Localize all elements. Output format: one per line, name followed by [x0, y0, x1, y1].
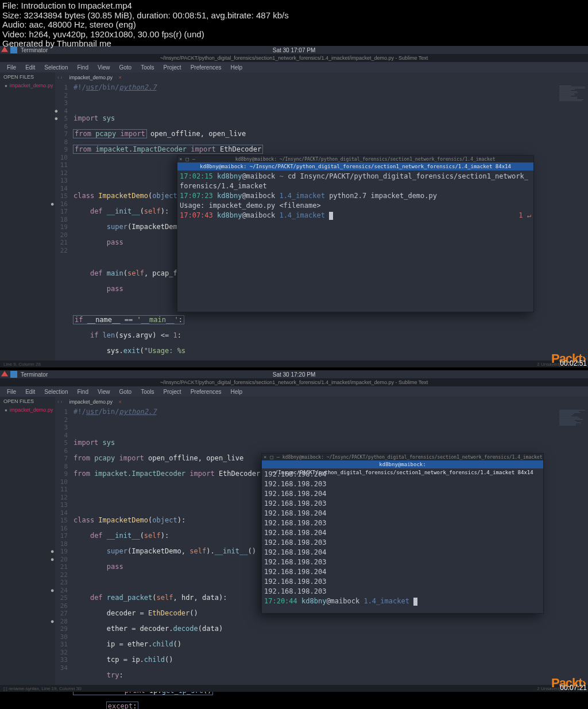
terminal-body[interactable]: 192.168.198.204192.168.198.203192.168.19… [262, 468, 543, 607]
line-gutter: 1234567891011121314151617181920212223242… [55, 407, 71, 672]
tab-label: impacket_demo.py [69, 399, 113, 405]
menu-project[interactable]: Project [159, 64, 186, 71]
sidebar: OPEN FILES impacket_demo.py [0, 72, 55, 361]
sidebar: OPEN FILES impacket_demo.py [0, 397, 55, 685]
metadata-overlay: File: Introduction to Impacket.mp4 Size:… [2, 1, 289, 49]
menu-view[interactable]: View [93, 388, 115, 396]
window-title: ~/Insync/PACKT/python_digital_forensics/… [0, 54, 588, 62]
screenshot-frame-1: Terminator Sat 30 17:07 PM ~/Insync/PACK… [0, 46, 588, 367]
topbar-clock: Sat 30 17:20 PM [273, 371, 316, 378]
window-title: ~/Insync/PACKT/python_digital_forensics/… [0, 378, 588, 386]
statusbar: Line 9, Column 28 2 Unsaved(s) seen th..… [0, 361, 588, 367]
frame-timestamp: 00:07:21 [560, 684, 587, 692]
minimap[interactable] [559, 85, 587, 102]
meta-file: File: Introduction to Impacket.mp4 [2, 1, 289, 11]
menu-goto[interactable]: Goto [114, 388, 136, 396]
terminal-body[interactable]: 17:02:15 kd8bny@maibock ~ cd Insync/PACK… [177, 171, 533, 222]
status-left: Line 9, Column 28 [3, 362, 41, 367]
topbar: Terminator Sat 30 17:20 PM [0, 370, 588, 378]
tab-bar: ‹ › impacket_demo.py × [55, 397, 588, 407]
term-max-icon[interactable]: □ [270, 452, 273, 462]
app-icon-terminator[interactable] [10, 371, 17, 378]
status-left: [:] rename-syntax, Line 19, Column 30 [3, 686, 82, 691]
app-icon-activities[interactable] [1, 371, 8, 378]
menu-find[interactable]: Find [73, 64, 93, 71]
sidebar-file-item[interactable]: impacket_demo.py [0, 82, 55, 90]
terminal-headbar: × □ — kd8bny@maibock: ~/Insync/PACKT/pyt… [177, 156, 533, 162]
statusbar: [:] rename-syntax, Line 19, Column 30 2 … [0, 685, 588, 692]
term-max-icon[interactable]: □ [185, 154, 188, 164]
term-min-icon[interactable]: — [192, 154, 195, 164]
term-close-icon[interactable]: × [179, 154, 182, 164]
menu-preferences[interactable]: Preferences [186, 388, 226, 396]
tab-close-icon[interactable]: × [119, 75, 122, 80]
menu-selection[interactable]: Selection [40, 64, 72, 71]
menu-selection[interactable]: Selection [40, 388, 72, 396]
term-close-icon[interactable]: × [264, 452, 266, 462]
menu-help[interactable]: Help [226, 64, 247, 71]
meta-gen: Generated by Thumbnail me [2, 39, 289, 49]
minimap[interactable] [559, 409, 587, 426]
terminal-headbar: × □ — kd8bny@maibock: ~/Insync/PACKT/pyt… [262, 454, 543, 460]
menu-project[interactable]: Project [159, 388, 186, 396]
meta-audio: Audio: aac, 48000 Hz, stereo (eng) [2, 20, 289, 30]
tab-close-icon[interactable]: × [119, 399, 122, 405]
menu-help[interactable]: Help [226, 388, 247, 396]
sidebar-file-item[interactable]: impacket_demo.py [0, 406, 55, 414]
sidebar-heading: OPEN FILES [0, 72, 55, 82]
tab-arrows[interactable]: ‹ › [55, 75, 65, 80]
tab-impacket-demo[interactable]: impacket_demo.py × [65, 73, 126, 82]
terminal-title: kd8bny@maibock: ~/Insync/PACKT/python_di… [177, 162, 533, 171]
svg-rect-1 [10, 371, 17, 378]
menu-find[interactable]: Find [73, 388, 93, 396]
menu-file[interactable]: File [2, 388, 21, 396]
tab-bar: ‹ › impacket_demo.py × [55, 72, 588, 83]
term-min-icon[interactable]: — [277, 452, 280, 462]
menu-tools[interactable]: Tools [136, 388, 158, 396]
line-gutter: 12345678910111213141516171819202122 [55, 83, 71, 254]
menu-edit[interactable]: Edit [21, 388, 40, 396]
menu-edit[interactable]: Edit [21, 64, 40, 71]
menu-preferences[interactable]: Preferences [186, 64, 226, 71]
sidebar-heading: OPEN FILES [0, 397, 55, 406]
terminal-window-2[interactable]: × □ — kd8bny@maibock: ~/Insync/PACKT/pyt… [261, 453, 544, 614]
menu-view[interactable]: View [93, 64, 115, 71]
topbar-title: Terminator [21, 371, 48, 378]
frame-timestamp: 00:02:51 [560, 359, 587, 367]
menubar: FileEditSelectionFindViewGotoToolsProjec… [0, 386, 588, 397]
tab-arrows[interactable]: ‹ › [55, 399, 65, 405]
menu-file[interactable]: File [2, 64, 21, 71]
tab-label: impacket_demo.py [69, 75, 113, 80]
tab-impacket-demo[interactable]: impacket_demo.py × [65, 398, 126, 406]
meta-size: Size: 32343894 bytes (30.85 MiB), durati… [2, 11, 289, 21]
terminal-window-1[interactable]: × □ — kd8bny@maibock: ~/Insync/PACKT/pyt… [177, 155, 534, 312]
screenshot-frame-2: Terminator Sat 30 17:20 PM ~/Insync/PACK… [0, 370, 588, 692]
menubar: FileEditSelectionFindViewGotoToolsProjec… [0, 62, 588, 72]
menu-goto[interactable]: Goto [114, 64, 136, 71]
meta-video: Video: h264, yuv420p, 1920x1080, 30.00 f… [2, 30, 289, 40]
menu-tools[interactable]: Tools [136, 64, 158, 71]
